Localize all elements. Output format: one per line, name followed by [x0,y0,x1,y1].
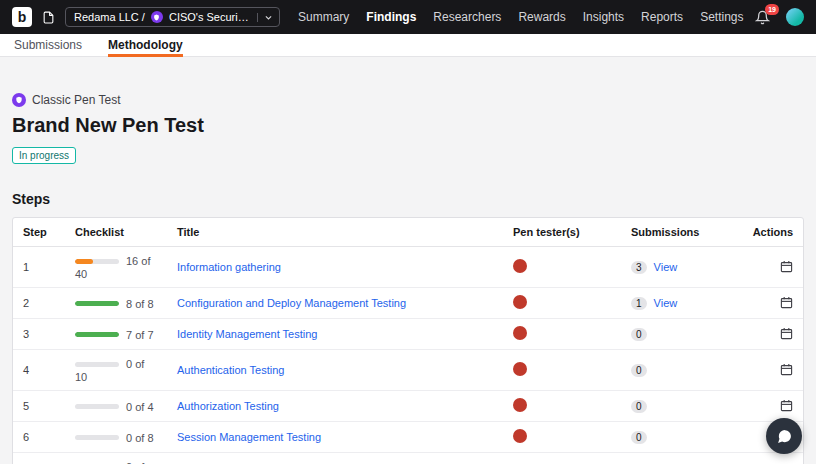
pen-tester-avatar [513,362,527,376]
program-tabbar: Submissions Methodology [0,34,816,57]
checklist-cell: 0 of 8 [65,422,167,453]
view-link[interactable]: View [654,297,678,309]
submissions-cell: 0 [621,422,739,453]
pen-tester-avatar [513,326,527,340]
step-number-cell: 6 [13,422,65,453]
document-icon[interactable] [42,10,55,25]
checklist-progress-bar [75,332,119,337]
nav-item-findings[interactable]: Findings [366,10,416,24]
notification-count-badge: 19 [765,4,779,15]
progress-fill [75,332,119,337]
col-submissions: Submissions [621,218,739,247]
table-row: 7 0 of 27 Data Validation Testing 0 [13,453,803,464]
nav-item-researchers[interactable]: Researchers [433,10,501,24]
step-title-link[interactable]: Configuration and Deploy Management Test… [177,297,406,309]
checklist-progress-bar [75,259,119,264]
actions-icon[interactable] [780,327,793,340]
col-pen-testers: Pen tester(s) [503,218,621,247]
step-number-cell: 3 [13,319,65,350]
step-title-link[interactable]: Identity Management Testing [177,328,317,340]
steps-table-card: Step Checklist Title Pen tester(s) Submi… [12,217,804,464]
submissions-cell: 0 [621,453,739,464]
steps-table-body: 1 16 of 40 Information gathering 3View 2… [13,247,803,464]
table-row: 5 0 of 4 Authorization Testing 0 [13,391,803,422]
checklist-progress-bar [75,362,119,367]
step-title-link[interactable]: Session Management Testing [177,431,321,443]
actions-icon[interactable] [780,260,793,273]
nav-item-rewards[interactable]: Rewards [518,10,565,24]
view-link[interactable]: View [654,261,678,273]
user-avatar[interactable] [786,8,804,26]
chevron-down-icon [257,13,273,22]
table-row: 6 0 of 8 Session Management Testing 0 [13,422,803,453]
nav-item-reports[interactable]: Reports [641,10,683,24]
nav-item-insights[interactable]: Insights [583,10,624,24]
col-actions: Actions [739,218,803,247]
checklist-progress-bar [75,404,119,409]
checklist-cell: 7 of 7 [65,319,167,350]
pen-tester-cell [503,391,621,422]
col-step: Step [13,218,65,247]
pen-tester-avatar [513,295,527,309]
page-title: Brand New Pen Test [12,114,804,137]
steps-section-title: Steps [12,191,804,207]
step-number-cell: 1 [13,247,65,288]
checklist-count: 0 of 4 [126,401,154,413]
actions-icon[interactable] [780,363,793,376]
actions-icon[interactable] [780,296,793,309]
steps-table: Step Checklist Title Pen tester(s) Submi… [13,218,803,464]
step-number-cell: 4 [13,350,65,391]
notifications-bell-icon[interactable]: 19 [755,10,770,25]
chat-launcher-button[interactable] [766,418,802,454]
submissions-cell: 3View [621,247,739,288]
pen-tester-cell [503,319,621,350]
actions-cell [739,319,803,350]
col-checklist: Checklist [65,218,167,247]
pen-tester-cell [503,453,621,464]
pen-tester-cell [503,350,621,391]
submission-count-badge: 1 [631,297,647,310]
table-row: 1 16 of 40 Information gathering 3View [13,247,803,288]
submission-count-badge: 0 [631,328,647,341]
submissions-cell: 0 [621,319,739,350]
submissions-cell: 0 [621,350,739,391]
checklist-count: 7 of 7 [126,329,154,341]
checklist-progress-bar [75,435,119,440]
actions-cell [739,247,803,288]
step-title-link[interactable]: Authentication Testing [177,364,284,376]
org-program-switcher[interactable]: Redama LLC / CISO's Security Pro... [65,7,280,27]
tab-submissions[interactable]: Submissions [14,34,82,57]
submission-count-badge: 0 [631,400,647,413]
program-icon [151,11,163,23]
program-name: CISO's Security Pro... [169,11,249,23]
step-title-link[interactable]: Authorization Testing [177,400,279,412]
main-content: Classic Pen Test Brand New Pen Test In p… [0,93,816,464]
progress-fill [75,259,93,264]
step-number-cell: 5 [13,391,65,422]
program-type: Classic Pen Test [12,93,804,107]
checklist-cell: 0 of 27 [65,453,167,464]
actions-cell [739,453,803,464]
org-name: Redama LLC / [74,11,145,23]
program-type-label: Classic Pen Test [32,93,120,107]
pen-test-icon [12,93,26,107]
submission-count-badge: 0 [631,431,647,444]
nav-item-summary[interactable]: Summary [298,10,349,24]
submissions-cell: 1View [621,288,739,319]
submissions-cell: 0 [621,391,739,422]
pen-tester-avatar [513,259,527,273]
step-number-cell: 2 [13,288,65,319]
title-cell: Configuration and Deploy Management Test… [167,288,503,319]
checklist-cell: 0 of 10 [65,350,167,391]
checklist-count: 8 of 8 [126,298,154,310]
checklist-progress-bar [75,301,119,306]
checklist-cell: 8 of 8 [65,288,167,319]
step-title-link[interactable]: Information gathering [177,261,281,273]
step-number-cell: 7 [13,453,65,464]
actions-icon[interactable] [780,399,793,412]
pen-tester-avatar [513,398,527,412]
tab-methodology[interactable]: Methodology [108,34,183,57]
title-cell: Authentication Testing [167,350,503,391]
nav-item-settings[interactable]: Settings [700,10,743,24]
bugcrowd-logo[interactable]: b [12,7,32,27]
